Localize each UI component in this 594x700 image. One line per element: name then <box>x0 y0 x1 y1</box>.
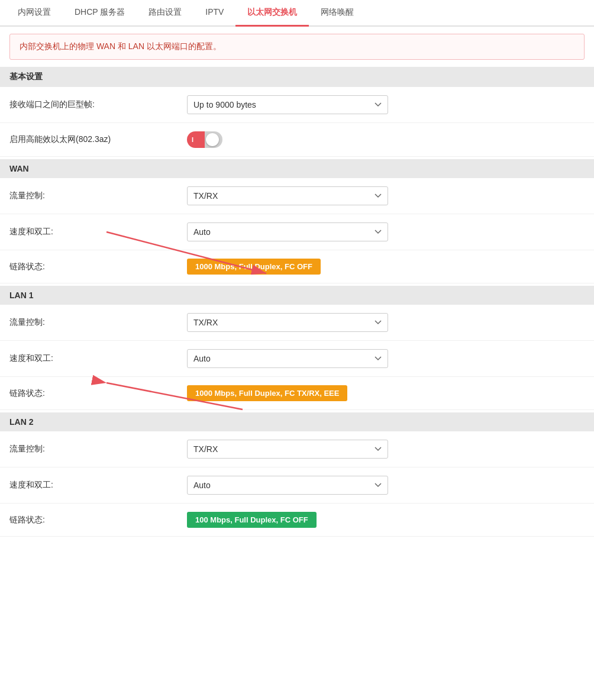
lan1-flow-label: 流量控制: <box>9 317 187 328</box>
info-banner: 内部交换机上的物理 WAN 和 LAN 以太网端口的配置。 <box>9 34 585 60</box>
lan1-speed-label: 速度和双工: <box>9 353 187 364</box>
main-content: 内网设置 DHCP 服务器 路由设置 IPTV 以太网交换机 网络唤醒 内部交换… <box>0 0 594 537</box>
eee-control: I <box>187 131 585 148</box>
wan-speed-label: 速度和双工: <box>9 227 187 237</box>
eee-row: 启用高能效以太网(802.3az) I <box>0 123 594 157</box>
lan1-section-header: LAN 1 <box>0 286 594 305</box>
lan1-speed-row: 速度和双工: Auto 10 Mbps Half 100 Mbps Full 1… <box>0 341 594 377</box>
jumbo-frame-label: 接收端口之间的巨型帧: <box>9 99 187 110</box>
lan1-link-row: 链路状态: 1000 Mbps, Full Duplex, FC TX/RX, … <box>0 377 594 410</box>
wan-flow-control: Disabled TX only RX only TX/RX <box>187 186 585 205</box>
wan-flow-select[interactable]: Disabled TX only RX only TX/RX <box>187 186 388 205</box>
lan2-link-badge: 100 Mbps, Full Duplex, FC OFF <box>187 512 317 528</box>
wan-link-label: 链路状态: <box>9 262 187 272</box>
lan2-link-row: 链路状态: 100 Mbps, Full Duplex, FC OFF <box>0 504 594 537</box>
lan2-flow-label: 流量控制: <box>9 444 187 454</box>
lan2-flow-row: 流量控制: Disabled TX only RX only TX/RX <box>0 431 594 467</box>
jumbo-frame-select[interactable]: Disabled Up to 4088 bytes Up to 9000 byt… <box>187 95 388 114</box>
lan1-flow-control: Disabled TX only RX only TX/RX <box>187 313 585 332</box>
wan-speed-row: 速度和双工: Auto 10 Mbps Half 100 Mbps Full 1… <box>0 214 594 250</box>
eee-toggle[interactable]: I <box>187 131 222 148</box>
tab-bar: 内网设置 DHCP 服务器 路由设置 IPTV 以太网交换机 网络唤醒 <box>0 0 594 27</box>
wan-flow-row: 流量控制: Disabled TX only RX only TX/RX <box>0 178 594 214</box>
lan1-link-badge: 1000 Mbps, Full Duplex, FC TX/RX, EEE <box>187 385 347 401</box>
wan-link-row: 链路状态: 1000 Mbps, Full Duplex, FC OFF <box>0 250 594 283</box>
lan1-speed-control: Auto 10 Mbps Half 100 Mbps Full 1000 Mbp… <box>187 349 585 368</box>
lan1-speed-select[interactable]: Auto 10 Mbps Half 100 Mbps Full 1000 Mbp… <box>187 349 388 368</box>
lan2-speed-row: 速度和双工: Auto 10 Mbps Half 100 Mbps Full 1… <box>0 467 594 504</box>
wan-speed-select[interactable]: Auto 10 Mbps Half 100 Mbps Full 1000 Mbp… <box>187 222 388 241</box>
lan1-link-control: 1000 Mbps, Full Duplex, FC TX/RX, EEE <box>187 385 585 401</box>
lan2-flow-control: Disabled TX only RX only TX/RX <box>187 440 585 459</box>
eee-toggle-container: I <box>187 131 222 148</box>
jumbo-frame-row: 接收端口之间的巨型帧: Disabled Up to 4088 bytes Up… <box>0 87 594 123</box>
lan1-flow-row: 流量控制: Disabled TX only RX only TX/RX <box>0 305 594 341</box>
tab-iptv[interactable]: IPTV <box>193 0 235 27</box>
tab-wol[interactable]: 网络唤醒 <box>309 0 366 27</box>
toggle-knob <box>206 133 219 146</box>
lan2-link-control: 100 Mbps, Full Duplex, FC OFF <box>187 512 585 528</box>
tab-switch[interactable]: 以太网交换机 <box>235 0 309 27</box>
lan1-flow-select[interactable]: Disabled TX only RX only TX/RX <box>187 313 388 332</box>
basic-settings-header: 基本设置 <box>0 67 594 87</box>
lan2-link-label: 链路状态: <box>9 515 187 525</box>
lan2-speed-label: 速度和双工: <box>9 480 187 491</box>
lan2-section-header: LAN 2 <box>0 412 594 431</box>
tab-dhcp[interactable]: DHCP 服务器 <box>63 0 137 27</box>
lan1-link-label: 链路状态: <box>9 388 187 399</box>
tab-route[interactable]: 路由设置 <box>137 0 193 27</box>
tab-lan[interactable]: 内网设置 <box>6 0 63 27</box>
wan-flow-label: 流量控制: <box>9 191 187 201</box>
wan-speed-control: Auto 10 Mbps Half 100 Mbps Full 1000 Mbp… <box>187 222 585 241</box>
eee-label: 启用高能效以太网(802.3az) <box>9 134 187 145</box>
toggle-on-label: I <box>192 136 193 143</box>
wan-link-control: 1000 Mbps, Full Duplex, FC OFF <box>187 259 585 275</box>
jumbo-frame-control: Disabled Up to 4088 bytes Up to 9000 byt… <box>187 95 585 114</box>
wan-section-header: WAN <box>0 159 594 178</box>
lan2-speed-control: Auto 10 Mbps Half 100 Mbps Full 1000 Mbp… <box>187 476 585 495</box>
wan-link-badge: 1000 Mbps, Full Duplex, FC OFF <box>187 259 321 275</box>
lan2-flow-select[interactable]: Disabled TX only RX only TX/RX <box>187 440 388 459</box>
lan2-speed-select[interactable]: Auto 10 Mbps Half 100 Mbps Full 1000 Mbp… <box>187 476 388 495</box>
